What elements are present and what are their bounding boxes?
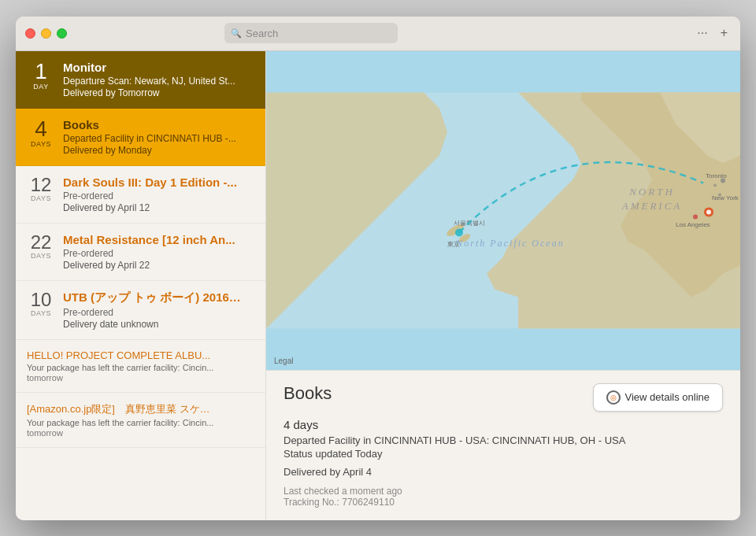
app-window: 🔍 Search ··· + 1 DAY Monitor Departure S… — [16, 17, 740, 520]
package-sub: Your package has left the carrier facili… — [27, 418, 254, 427]
svg-text:NORTH: NORTH — [628, 185, 675, 197]
search-placeholder: Search — [246, 28, 278, 39]
package-delivery: Delivered by Monday — [63, 145, 254, 156]
package-title: UTB (アップ トゥ ボーイ) 2016… — [63, 290, 254, 305]
package-sub: Departed Facility in CINCINNATI HUB -... — [63, 133, 254, 144]
sidebar: 1 DAY Monitor Departure Scan: Newark, NJ… — [16, 51, 266, 520]
day-badge: 1 DAY — [27, 61, 55, 91]
svg-text:Toronto: Toronto — [706, 172, 727, 179]
package-info: Dark Souls III: Day 1 Edition -... Pre-o… — [63, 176, 254, 213]
more-button[interactable]: ··· — [694, 24, 710, 42]
close-button[interactable] — [25, 28, 35, 39]
titlebar-actions: ··· + — [694, 24, 731, 42]
sidebar-item-amazon-jp[interactable]: [Amazon.co.jp限定] 真野恵里菜 スケ… Your package … — [16, 393, 265, 448]
svg-text:東京: 東京 — [447, 240, 460, 247]
package-info: Metal Resistance [12 inch An... Pre-orde… — [63, 233, 254, 271]
package-title: Dark Souls III: Day 1 Edition -... — [63, 176, 254, 189]
detail-days: 4 days — [284, 418, 723, 431]
day-label: DAYS — [31, 309, 51, 317]
sidebar-item-utb[interactable]: 10 DAYS UTB (アップ トゥ ボーイ) 2016… Pre-order… — [16, 281, 265, 340]
package-title: Monitor — [63, 61, 254, 74]
sidebar-item-dark-souls[interactable]: 12 DAYS Dark Souls III: Day 1 Edition -.… — [16, 166, 265, 224]
day-number: 22 — [31, 233, 52, 252]
sidebar-item-metal-resistance[interactable]: 22 DAYS Metal Resistance [12 inch An... … — [16, 224, 265, 281]
svg-point-8 — [693, 214, 698, 219]
svg-point-12 — [713, 183, 717, 187]
svg-point-14 — [718, 193, 721, 196]
view-details-label: View details online — [625, 391, 710, 403]
titlebar: 🔍 Search ··· + — [16, 17, 740, 51]
package-delivery: tomorrow — [27, 373, 254, 383]
day-badge: 10 DAYS — [27, 290, 55, 317]
day-badge: 12 DAYS — [27, 176, 55, 202]
package-title: Books — [63, 118, 254, 131]
svg-text:New York: New York — [712, 194, 739, 201]
day-number: 1 — [35, 61, 47, 83]
package-title: Metal Resistance [12 inch An... — [63, 233, 254, 246]
sidebar-item-books[interactable]: 4 DAYS Books Departed Facility in CINCIN… — [16, 109, 265, 166]
fullscreen-button[interactable] — [57, 28, 67, 39]
sidebar-item-monitor[interactable]: 1 DAY Monitor Departure Scan: Newark, NJ… — [16, 51, 265, 109]
day-number: 10 — [31, 290, 52, 309]
info-panel: Books ◎ View details online 4 days Depar… — [266, 370, 740, 520]
package-title: [Amazon.co.jp限定] 真野恵里菜 スケ… — [27, 402, 254, 416]
day-label: DAYS — [31, 252, 51, 260]
view-details-button[interactable]: ◎ View details online — [593, 383, 723, 412]
package-delivery: Delivered by April 12 — [63, 202, 254, 213]
detail-last-checked: Last checked a moment ago — [284, 486, 723, 497]
day-label: DAYS — [31, 140, 51, 148]
package-title: HELLO! PROJECT COMPLETE ALBU... — [27, 349, 254, 361]
day-badge: 22 DAYS — [27, 233, 55, 260]
package-info: Books Departed Facility in CINCINNATI HU… — [63, 118, 254, 156]
package-sub: Your package has left the carrier facili… — [27, 363, 254, 372]
map-legal: Legal — [274, 357, 293, 365]
package-info: UTB (アップ トゥ ボーイ) 2016… Pre-ordered Deliv… — [63, 290, 254, 330]
package-delivery: Delivered by April 22 — [63, 260, 254, 271]
traffic-lights — [25, 28, 67, 39]
main-content: 1 DAY Monitor Departure Scan: Newark, NJ… — [16, 51, 740, 520]
svg-text:AMERICA: AMERICA — [621, 199, 683, 211]
detail-panel: NORTH AMERICA North Pacific Ocean 서울특별시 … — [266, 51, 740, 520]
search-icon: 🔍 — [231, 28, 242, 39]
day-number: 4 — [35, 118, 47, 140]
minimize-button[interactable] — [41, 28, 51, 39]
info-header: Books ◎ View details online — [284, 383, 723, 412]
day-label: DAYS — [31, 194, 51, 202]
package-sub: Pre-ordered — [63, 307, 254, 318]
detail-tracking: Tracking No.: 7706249110 — [284, 497, 723, 508]
day-badge: 4 DAYS — [27, 118, 55, 148]
sidebar-item-hello-project[interactable]: HELLO! PROJECT COMPLETE ALBU... Your pac… — [16, 340, 265, 393]
detail-status: Status updated Today — [284, 448, 723, 460]
svg-text:Los Angeles: Los Angeles — [676, 220, 710, 227]
package-sub: Pre-ordered — [63, 190, 254, 201]
detail-package-title: Books — [284, 383, 332, 404]
add-button[interactable]: + — [717, 24, 731, 42]
svg-text:North Pacific Ocean: North Pacific Ocean — [455, 237, 564, 248]
day-label: DAY — [33, 83, 48, 91]
package-sub: Departure Scan: Newark, NJ, United St... — [63, 76, 254, 87]
day-number: 12 — [31, 176, 52, 194]
package-delivery: tomorrow — [27, 428, 254, 438]
map-area: NORTH AMERICA North Pacific Ocean 서울특별시 … — [266, 51, 740, 370]
search-bar[interactable]: 🔍 Search — [224, 23, 398, 43]
package-sub: Pre-ordered — [63, 248, 254, 259]
detail-location: Departed Facility in CINCINNATI HUB - US… — [284, 434, 723, 446]
package-delivery: Delivered by Tomorrow — [63, 87, 254, 98]
compass-icon: ◎ — [606, 390, 621, 405]
detail-delivery: Delivered by April 4 — [284, 466, 723, 478]
map-svg: NORTH AMERICA North Pacific Ocean 서울특별시 … — [266, 51, 740, 370]
package-info: Monitor Departure Scan: Newark, NJ, Unit… — [63, 61, 254, 98]
package-delivery: Delivery date unknown — [63, 319, 254, 330]
svg-point-17 — [706, 209, 711, 214]
svg-point-15 — [455, 228, 463, 236]
